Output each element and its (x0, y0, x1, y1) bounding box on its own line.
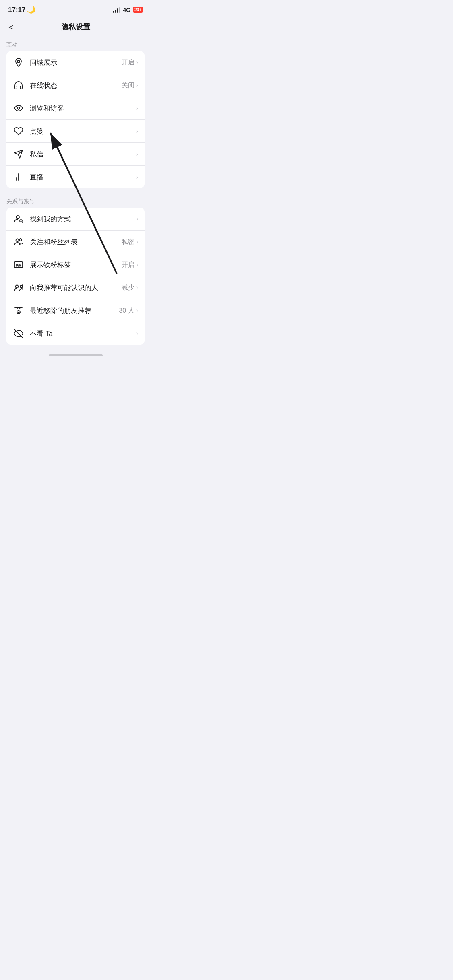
nav-header: ＜ 隐私设置 (0, 17, 151, 38)
svg-point-8 (20, 220, 22, 222)
zaixian-chevron: › (136, 82, 138, 89)
network-label: 4G (123, 7, 130, 13)
remove-friend-icon (13, 305, 24, 316)
liulan-chevron: › (136, 105, 138, 112)
status-time: 17:17 🌙 (8, 6, 35, 14)
list-item-zhibo[interactable]: 直播 › (6, 166, 145, 188)
list-item-zuijin[interactable]: 最近移除的朋友推荐 30 人 › (6, 299, 145, 322)
guanzhu-value: 私密 (122, 238, 134, 246)
tongcheng-label: 同城展示 (30, 58, 122, 67)
hudong-card: 同城展示 开启 › 在线状态 关闭 › (6, 51, 145, 188)
svg-point-1 (17, 107, 20, 109)
tuijian-label: 向我推荐可能认识的人 (30, 283, 122, 292)
zuijin-value: 30 人 (119, 307, 134, 315)
recommend-icon (13, 282, 24, 293)
bukan-label: 不看 Ta (30, 329, 134, 338)
chart-icon (13, 171, 24, 183)
section-label-guanxi: 关系与账号 (0, 195, 151, 208)
tiefan-value: 开启 (122, 261, 134, 269)
status-right: 4G 20+ (113, 7, 143, 13)
tiefan-label: 展示铁粉标签 (30, 260, 122, 270)
zhibo-chevron: › (136, 173, 138, 181)
page-title: 隐私设置 (61, 22, 90, 32)
message-icon (13, 148, 24, 160)
list-item-dianzan[interactable]: 点赞 › (6, 120, 145, 143)
eye-icon (13, 103, 24, 114)
zaixian-label: 在线状态 (30, 81, 122, 90)
zuijin-label: 最近移除的朋友推荐 (30, 306, 119, 315)
status-bar: 17:17 🌙 4G 20+ (0, 0, 151, 17)
zhibo-label: 直播 (30, 173, 134, 182)
list-item-sixin[interactable]: 私信 › (6, 143, 145, 166)
guanzhu-chevron: › (136, 238, 138, 245)
sixin-chevron: › (136, 150, 138, 158)
list-item-liulan[interactable]: 浏览和访客 › (6, 97, 145, 120)
svg-line-9 (22, 222, 23, 223)
sixin-label: 私信 (30, 150, 134, 159)
list-item-tongcheng[interactable]: 同城展示 开启 › (6, 51, 145, 74)
liulan-label: 浏览和访客 (30, 104, 134, 113)
tiefan-icon: 铁粉 (13, 259, 24, 270)
back-button[interactable]: ＜ (6, 21, 15, 33)
zaixian-value: 关闭 (122, 81, 134, 90)
battery-badge: 20+ (133, 7, 143, 13)
svg-point-0 (17, 60, 20, 63)
home-indicator (0, 351, 151, 361)
find-person-icon (13, 213, 24, 224)
no-see-icon (13, 328, 24, 339)
svg-point-11 (19, 239, 22, 241)
heart-icon (13, 126, 24, 137)
svg-point-7 (16, 216, 19, 219)
moon-icon: 🌙 (27, 6, 35, 14)
svg-point-14 (16, 285, 19, 288)
list-item-zhaodao[interactable]: 找到我的方式 › (6, 208, 145, 231)
tuijian-value: 减少 (122, 284, 134, 292)
zuijin-chevron: › (136, 307, 138, 314)
list-item-guanzhu[interactable]: 关注和粉丝列表 私密 › (6, 231, 145, 253)
followers-icon (13, 236, 24, 247)
zhaodao-label: 找到我的方式 (30, 214, 134, 224)
tongcheng-chevron: › (136, 59, 138, 66)
guanzhu-label: 关注和粉丝列表 (30, 237, 122, 247)
svg-point-10 (16, 239, 19, 242)
section-label-hudong: 互动 (0, 38, 151, 51)
tongcheng-value: 开启 (122, 58, 134, 67)
guanxi-card: 找到我的方式 › 关注和粉丝列表 私密 › 铁粉 (6, 208, 145, 345)
signal-icon (113, 7, 120, 13)
dianzan-label: 点赞 (30, 127, 134, 136)
list-item-zaixian[interactable]: 在线状态 关闭 › (6, 74, 145, 97)
list-item-bukan[interactable]: 不看 Ta › (6, 322, 145, 345)
list-item-tuijian[interactable]: 向我推荐可能认识的人 减少 › (6, 276, 145, 299)
bukan-chevron: › (136, 330, 138, 337)
headphone-icon (13, 80, 24, 91)
svg-text:铁粉: 铁粉 (15, 264, 22, 267)
tuijian-chevron: › (136, 284, 138, 291)
dianzan-chevron: › (136, 128, 138, 135)
tiefan-chevron: › (136, 261, 138, 268)
list-item-tiefan[interactable]: 铁粉 展示铁粉标签 开启 › (6, 253, 145, 276)
zhaodao-chevron: › (136, 215, 138, 222)
location-icon (13, 57, 24, 68)
